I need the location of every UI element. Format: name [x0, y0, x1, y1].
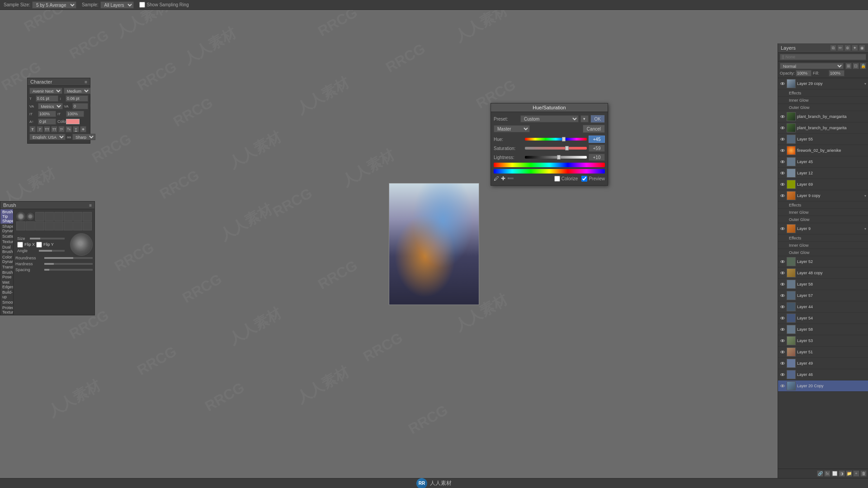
add-layer-btn[interactable]: +: [853, 470, 859, 477]
channel-select[interactable]: Master: [494, 125, 530, 132]
lock-position-btn[interactable]: ⊞: [845, 63, 852, 69]
character-panel-close[interactable]: ≡: [85, 80, 87, 84]
layer-vis-9[interactable]: [780, 226, 785, 231]
size-slider[interactable]: [30, 238, 65, 239]
layer-item-58a[interactable]: Layer 58: [778, 279, 868, 290]
layer-item-53[interactable]: Layer 53: [778, 335, 868, 347]
brush-preset-9[interactable]: [16, 221, 25, 230]
layer-inner-glow-9copy[interactable]: Inner Glow: [778, 209, 868, 216]
layer-vis-51[interactable]: [780, 349, 785, 355]
add-adjustment-btn[interactable]: ◑: [839, 470, 845, 477]
texture-item[interactable]: Texture: [0, 239, 13, 244]
transfer-item[interactable]: Transfer: [0, 264, 13, 270]
layer-vis-plant2[interactable]: [780, 125, 785, 131]
brush-preset-11[interactable]: [35, 221, 44, 230]
layer-item-48copy[interactable]: Layer 48 copy: [778, 267, 868, 279]
layer-tool-3[interactable]: ⊕: [844, 45, 851, 51]
preset-select[interactable]: Custom: [520, 115, 579, 122]
dual-brush-item[interactable]: Dual Brush: [0, 244, 13, 254]
italic-btn[interactable]: T: [37, 126, 43, 132]
layer-tool-4[interactable]: ✦: [852, 45, 858, 51]
preview-checkbox[interactable]: [581, 176, 587, 182]
layer-vis-12[interactable]: [780, 170, 785, 176]
layer-item-46[interactable]: Layer 46: [778, 369, 868, 380]
flip-y-checkbox[interactable]: [36, 242, 42, 248]
underline-btn[interactable]: T: [73, 126, 79, 132]
layer-vis-58b[interactable]: [780, 327, 785, 332]
layer-expand-29copy[interactable]: ▾: [864, 82, 866, 86]
layer-item-12[interactable]: Layer 12: [778, 168, 868, 179]
saturation-value[interactable]: +59: [589, 145, 605, 152]
character-panel-header[interactable]: Character ≡: [28, 78, 90, 86]
opacity-input[interactable]: [796, 70, 811, 76]
layer-item-57[interactable]: Layer 57: [778, 290, 868, 301]
brush-preset-4[interactable]: [45, 212, 54, 221]
sample-size-select[interactable]: 5 by 5 Average: [32, 1, 76, 9]
spacing-slider[interactable]: [44, 269, 93, 271]
brush-preset-7[interactable]: [73, 212, 82, 221]
buildup-item[interactable]: Build-up: [0, 290, 13, 300]
leading-input[interactable]: [66, 95, 88, 102]
layer-item-29copy[interactable]: Layer 29 copy ▾: [778, 78, 868, 89]
brush-preset-2[interactable]: [27, 213, 34, 220]
brush-preset-16[interactable]: [83, 221, 92, 230]
language-select[interactable]: English: USA: [29, 134, 66, 140]
kerning-mode-select[interactable]: Metrics: [38, 103, 63, 109]
add-mask-btn[interactable]: ⬜: [831, 470, 838, 477]
layer-inner-glow-9[interactable]: Inner Glow: [778, 242, 868, 249]
horiz-scale-input[interactable]: [38, 111, 56, 117]
lock-image-btn[interactable]: ⊡: [853, 63, 859, 69]
brush-pose-item[interactable]: Brush Pose: [0, 270, 13, 280]
saturation-slider[interactable]: [525, 147, 587, 150]
lock-all-btn[interactable]: 🔒: [860, 63, 866, 69]
eyedropper-icon[interactable]: 🖊: [494, 175, 499, 182]
layer-item-52[interactable]: Layer 52: [778, 256, 868, 267]
layer-item-plant1[interactable]: plant_branch_by_margarita: [778, 111, 868, 122]
shape-dynamics-item[interactable]: Shape Dynamics: [0, 224, 13, 234]
eyedropper-subtract-icon[interactable]: ➖: [507, 175, 514, 182]
brush-preset-3[interactable]: [35, 212, 44, 221]
layer-item-51[interactable]: Layer 51: [778, 347, 868, 358]
brush-preset-5[interactable]: [54, 212, 63, 221]
layer-vis-44[interactable]: [780, 304, 785, 310]
baseline-input[interactable]: [38, 118, 56, 125]
layer-vis-49[interactable]: [780, 361, 785, 366]
color-swatch[interactable]: [66, 119, 80, 124]
blend-mode-select[interactable]: Normal: [780, 63, 844, 69]
layer-vis-52[interactable]: [780, 259, 785, 264]
strikethrough-btn[interactable]: T: [80, 126, 86, 132]
layer-outer-glow-9copy[interactable]: Outer Glow: [778, 216, 868, 223]
layer-vis-58a[interactable]: [780, 282, 785, 287]
layer-item-45[interactable]: Layer 45: [778, 156, 868, 168]
layer-item-54[interactable]: Layer 54: [778, 313, 868, 324]
bold-btn[interactable]: T: [29, 126, 36, 132]
color-dynamics-item[interactable]: Color Dynamics: [0, 254, 13, 264]
brush-panel-close[interactable]: ≡: [89, 203, 92, 208]
colorize-checkbox[interactable]: [554, 176, 560, 182]
link-layers-btn[interactable]: 🔗: [817, 470, 823, 477]
layer-item-firework[interactable]: firework_02_by_arienike: [778, 145, 868, 156]
angle-slider[interactable]: [39, 250, 65, 252]
brush-panel-header[interactable]: Brush ≡: [0, 202, 94, 209]
brush-tip-item[interactable]: Brush Tip Shape: [0, 209, 13, 224]
brush-preset-8[interactable]: [83, 212, 92, 221]
layer-vis-53[interactable]: [780, 338, 785, 343]
protect-texture-item[interactable]: Protect Texture: [0, 305, 13, 315]
lightness-value[interactable]: +10: [589, 154, 605, 161]
ok-button[interactable]: OK: [590, 115, 605, 123]
layer-vis-plant1[interactable]: [780, 114, 785, 119]
layer-tool-2[interactable]: ✏: [837, 45, 844, 51]
layer-item-44[interactable]: Layer 44: [778, 301, 868, 313]
brush-preset-1[interactable]: [16, 212, 25, 221]
brush-preset-15[interactable]: [73, 221, 82, 230]
layer-vis-48copy[interactable]: [780, 270, 785, 276]
hue-slider[interactable]: [525, 138, 587, 141]
add-group-btn[interactable]: 📁: [846, 470, 852, 477]
brush-preset-12[interactable]: [45, 221, 54, 230]
layer-vis-54[interactable]: [780, 315, 785, 321]
layer-tool-1[interactable]: ⧉: [830, 45, 836, 51]
brush-preset-14[interactable]: [64, 221, 73, 230]
small-caps-btn[interactable]: TT: [51, 126, 57, 132]
flip-x-checkbox[interactable]: [17, 242, 23, 248]
layer-vis-45[interactable]: [780, 159, 785, 164]
